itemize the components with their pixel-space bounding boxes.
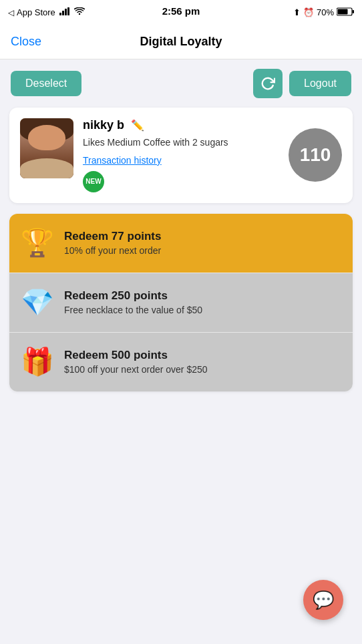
back-arrow-icon: ◁ <box>8 8 14 17</box>
svg-rect-1 <box>62 11 64 15</box>
wifi-icon <box>74 7 85 17</box>
reward-subtitle-250: Free necklace to the value of $50 <box>64 305 342 315</box>
battery-percent: 70% <box>317 7 334 17</box>
reward-item-250[interactable]: 💎 Redeem 250 points Free necklace to the… <box>9 273 353 333</box>
user-avatar <box>20 118 73 178</box>
svg-rect-6 <box>338 9 348 14</box>
alarm-icon: ⏰ <box>303 7 314 17</box>
rewards-section: 🏆 Redeem 77 points 10% off your next ord… <box>9 214 353 391</box>
location-icon: ⬆ <box>293 7 301 17</box>
status-time: 2:56 pm <box>162 5 200 17</box>
reward-title-250: Redeem 250 points <box>64 289 342 303</box>
user-card: nikky b ✏️ Likes Medium Coffee with 2 su… <box>9 108 353 203</box>
user-name-row: nikky b ✏️ <box>83 118 342 132</box>
status-bar: ◁ App Store 2:56 pm ⬆ ⏰ 70% <box>0 0 362 25</box>
svg-rect-5 <box>353 10 355 13</box>
reward-subtitle-500: $100 off your next order over $250 <box>64 364 342 375</box>
user-name: nikky b <box>83 118 124 132</box>
reward-text-500: Redeem 500 points $100 off your next ord… <box>64 349 342 375</box>
reward-text-77: Redeem 77 points 10% off your next order <box>64 230 342 256</box>
close-button[interactable]: Close <box>11 35 41 49</box>
chat-fab-button[interactable]: 💬 <box>303 580 343 620</box>
action-right-buttons: Logout <box>253 69 351 98</box>
svg-rect-2 <box>65 9 67 15</box>
battery-icon <box>337 7 354 18</box>
points-circle: 110 <box>289 128 342 182</box>
diamond-icon: 💎 <box>20 285 55 320</box>
svg-rect-0 <box>59 13 61 15</box>
reward-title-77: Redeem 77 points <box>64 230 342 243</box>
chat-fab-icon: 💬 <box>313 590 334 611</box>
reward-item-77[interactable]: 🏆 Redeem 77 points 10% off your next ord… <box>9 214 353 273</box>
refresh-button[interactable] <box>253 69 283 98</box>
reward-subtitle-77: 10% off your next order <box>64 245 342 256</box>
action-bar: Deselect Logout <box>0 59 362 108</box>
deselect-button[interactable]: Deselect <box>11 71 81 96</box>
gift-icon: 🎁 <box>20 345 55 379</box>
edit-icon[interactable]: ✏️ <box>131 119 144 132</box>
nav-title: Digital Loyalty <box>140 35 222 49</box>
reward-text-250: Redeem 250 points Free necklace to the v… <box>64 289 342 315</box>
new-badge: NEW <box>83 171 104 192</box>
status-icons: ⬆ ⏰ 70% <box>293 7 354 18</box>
logout-button[interactable]: Logout <box>289 71 351 96</box>
signal-icon <box>59 7 71 17</box>
reward-item-500[interactable]: 🎁 Redeem 500 points $100 off your next o… <box>9 333 353 391</box>
svg-rect-3 <box>67 7 69 15</box>
nav-bar: Close Digital Loyalty <box>0 25 362 59</box>
trophy-icon: 🏆 <box>20 226 55 261</box>
status-carrier: ◁ App Store <box>8 7 85 17</box>
reward-title-500: Redeem 500 points <box>64 349 342 362</box>
